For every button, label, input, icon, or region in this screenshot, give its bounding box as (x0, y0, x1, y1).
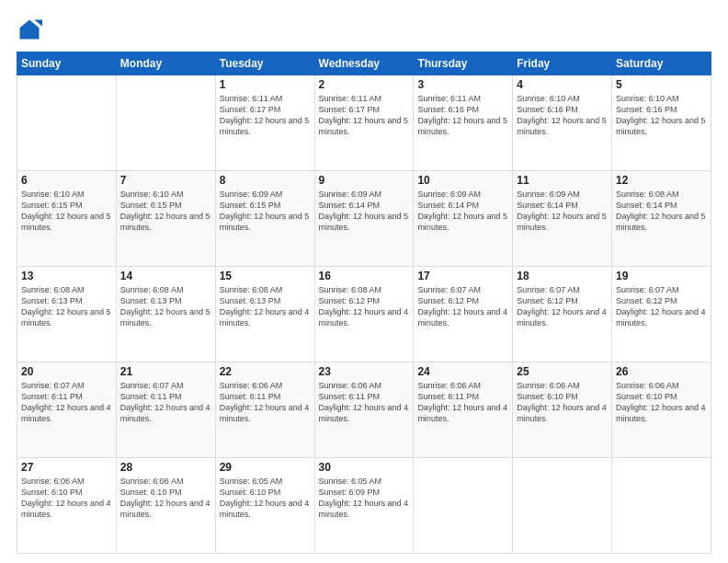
calendar-cell: 23Sunrise: 6:06 AM Sunset: 6:11 PM Dayli… (314, 362, 414, 458)
calendar-cell: 4Sunrise: 6:10 AM Sunset: 6:16 PM Daylig… (513, 75, 612, 171)
calendar-cell (513, 458, 612, 554)
day-info: Sunrise: 6:11 AM Sunset: 6:17 PM Dayligh… (220, 93, 311, 138)
day-info: Sunrise: 6:05 AM Sunset: 6:10 PM Dayligh… (220, 476, 311, 521)
calendar-week-3: 13Sunrise: 6:08 AM Sunset: 6:13 PM Dayli… (17, 267, 711, 362)
weekday-header-saturday: Saturday (612, 52, 711, 75)
day-info: Sunrise: 6:07 AM Sunset: 6:12 PM Dayligh… (417, 284, 508, 329)
calendar-body: 1Sunrise: 6:11 AM Sunset: 6:17 PM Daylig… (17, 75, 711, 554)
day-info: Sunrise: 6:11 AM Sunset: 6:17 PM Dayligh… (319, 93, 410, 138)
calendar-cell: 5Sunrise: 6:10 AM Sunset: 6:16 PM Daylig… (612, 75, 711, 171)
day-number: 1 (220, 78, 311, 91)
day-number: 8 (220, 174, 311, 187)
logo-icon (17, 17, 42, 42)
day-number: 21 (120, 365, 211, 378)
logo (17, 17, 44, 42)
calendar-cell: 14Sunrise: 6:08 AM Sunset: 6:13 PM Dayli… (116, 267, 215, 362)
day-number: 17 (417, 270, 508, 282)
calendar-cell: 10Sunrise: 6:09 AM Sunset: 6:14 PM Dayli… (414, 171, 513, 267)
day-number: 6 (21, 174, 112, 187)
day-number: 5 (616, 78, 707, 91)
day-number: 2 (319, 78, 410, 91)
day-number: 11 (517, 174, 608, 187)
calendar-cell (17, 75, 117, 171)
calendar-cell: 12Sunrise: 6:08 AM Sunset: 6:14 PM Dayli… (612, 171, 711, 267)
day-info: Sunrise: 6:07 AM Sunset: 6:11 PM Dayligh… (120, 380, 211, 425)
calendar-cell: 21Sunrise: 6:07 AM Sunset: 6:11 PM Dayli… (116, 362, 215, 458)
day-info: Sunrise: 6:08 AM Sunset: 6:14 PM Dayligh… (616, 189, 707, 234)
day-info: Sunrise: 6:06 AM Sunset: 6:11 PM Dayligh… (220, 380, 311, 425)
day-info: Sunrise: 6:08 AM Sunset: 6:12 PM Dayligh… (319, 284, 410, 329)
day-info: Sunrise: 6:09 AM Sunset: 6:15 PM Dayligh… (220, 189, 311, 234)
day-number: 9 (319, 174, 410, 187)
day-info: Sunrise: 6:10 AM Sunset: 6:15 PM Dayligh… (21, 189, 112, 234)
day-number: 13 (21, 270, 112, 282)
weekday-header-tuesday: Tuesday (215, 52, 314, 75)
day-info: Sunrise: 6:07 AM Sunset: 6:12 PM Dayligh… (616, 284, 707, 329)
calendar-cell: 17Sunrise: 6:07 AM Sunset: 6:12 PM Dayli… (414, 267, 513, 362)
day-info: Sunrise: 6:10 AM Sunset: 6:16 PM Dayligh… (517, 93, 608, 138)
calendar-cell: 28Sunrise: 6:06 AM Sunset: 6:10 PM Dayli… (116, 458, 215, 554)
day-number: 25 (517, 365, 608, 378)
calendar-cell: 11Sunrise: 6:09 AM Sunset: 6:14 PM Dayli… (513, 171, 612, 267)
calendar-cell (612, 458, 711, 554)
calendar-cell: 19Sunrise: 6:07 AM Sunset: 6:12 PM Dayli… (612, 267, 711, 362)
day-info: Sunrise: 6:06 AM Sunset: 6:10 PM Dayligh… (517, 380, 608, 425)
day-number: 12 (616, 174, 707, 187)
day-info: Sunrise: 6:09 AM Sunset: 6:14 PM Dayligh… (319, 189, 410, 234)
calendar-cell: 26Sunrise: 6:06 AM Sunset: 6:10 PM Dayli… (612, 362, 711, 458)
page: SundayMondayTuesdayWednesdayThursdayFrid… (0, 0, 728, 563)
weekday-row: SundayMondayTuesdayWednesdayThursdayFrid… (17, 52, 711, 75)
day-info: Sunrise: 6:10 AM Sunset: 6:15 PM Dayligh… (120, 189, 211, 234)
day-number: 29 (220, 461, 311, 474)
header (17, 17, 711, 42)
calendar-cell: 7Sunrise: 6:10 AM Sunset: 6:15 PM Daylig… (116, 171, 215, 267)
day-number: 4 (517, 78, 608, 91)
weekday-header-monday: Monday (116, 52, 215, 75)
day-info: Sunrise: 6:05 AM Sunset: 6:09 PM Dayligh… (319, 476, 410, 521)
calendar-cell: 29Sunrise: 6:05 AM Sunset: 6:10 PM Dayli… (215, 458, 314, 554)
day-info: Sunrise: 6:08 AM Sunset: 6:13 PM Dayligh… (120, 284, 211, 329)
calendar-cell: 8Sunrise: 6:09 AM Sunset: 6:15 PM Daylig… (215, 171, 314, 267)
calendar-cell: 15Sunrise: 6:08 AM Sunset: 6:13 PM Dayli… (215, 267, 314, 362)
day-number: 3 (417, 78, 508, 91)
day-number: 27 (21, 461, 112, 474)
weekday-header-sunday: Sunday (17, 52, 117, 75)
calendar-week-1: 1Sunrise: 6:11 AM Sunset: 6:17 PM Daylig… (17, 75, 711, 171)
day-info: Sunrise: 6:09 AM Sunset: 6:14 PM Dayligh… (417, 189, 508, 234)
day-info: Sunrise: 6:08 AM Sunset: 6:13 PM Dayligh… (220, 284, 311, 329)
calendar-cell: 16Sunrise: 6:08 AM Sunset: 6:12 PM Dayli… (314, 267, 414, 362)
calendar-week-2: 6Sunrise: 6:10 AM Sunset: 6:15 PM Daylig… (17, 171, 711, 267)
day-number: 28 (120, 461, 211, 474)
day-info: Sunrise: 6:11 AM Sunset: 6:16 PM Dayligh… (417, 93, 508, 138)
day-number: 7 (120, 174, 211, 187)
day-info: Sunrise: 6:06 AM Sunset: 6:10 PM Dayligh… (616, 380, 707, 425)
svg-marker-0 (20, 20, 40, 40)
day-number: 30 (319, 461, 410, 474)
day-number: 19 (616, 270, 707, 282)
day-number: 16 (319, 270, 410, 282)
calendar-cell: 9Sunrise: 6:09 AM Sunset: 6:14 PM Daylig… (314, 171, 414, 267)
day-number: 18 (517, 270, 608, 282)
weekday-header-friday: Friday (513, 52, 612, 75)
calendar-cell: 24Sunrise: 6:06 AM Sunset: 6:11 PM Dayli… (414, 362, 513, 458)
calendar-cell: 13Sunrise: 6:08 AM Sunset: 6:13 PM Dayli… (17, 267, 117, 362)
calendar-cell (414, 458, 513, 554)
calendar-cell: 25Sunrise: 6:06 AM Sunset: 6:10 PM Dayli… (513, 362, 612, 458)
weekday-header-thursday: Thursday (414, 52, 513, 75)
calendar-header: SundayMondayTuesdayWednesdayThursdayFrid… (17, 52, 711, 75)
day-info: Sunrise: 6:10 AM Sunset: 6:16 PM Dayligh… (616, 93, 707, 138)
day-info: Sunrise: 6:06 AM Sunset: 6:11 PM Dayligh… (319, 380, 410, 425)
day-info: Sunrise: 6:06 AM Sunset: 6:11 PM Dayligh… (417, 380, 508, 425)
calendar-cell: 22Sunrise: 6:06 AM Sunset: 6:11 PM Dayli… (215, 362, 314, 458)
calendar-cell (116, 75, 215, 171)
weekday-header-wednesday: Wednesday (314, 52, 414, 75)
day-info: Sunrise: 6:06 AM Sunset: 6:10 PM Dayligh… (21, 476, 112, 521)
calendar-cell: 18Sunrise: 6:07 AM Sunset: 6:12 PM Dayli… (513, 267, 612, 362)
day-number: 26 (616, 365, 707, 378)
calendar-cell: 30Sunrise: 6:05 AM Sunset: 6:09 PM Dayli… (314, 458, 414, 554)
day-number: 14 (120, 270, 211, 282)
day-info: Sunrise: 6:09 AM Sunset: 6:14 PM Dayligh… (517, 189, 608, 234)
calendar-cell: 20Sunrise: 6:07 AM Sunset: 6:11 PM Dayli… (17, 362, 117, 458)
day-number: 22 (220, 365, 311, 378)
calendar-cell: 2Sunrise: 6:11 AM Sunset: 6:17 PM Daylig… (314, 75, 414, 171)
